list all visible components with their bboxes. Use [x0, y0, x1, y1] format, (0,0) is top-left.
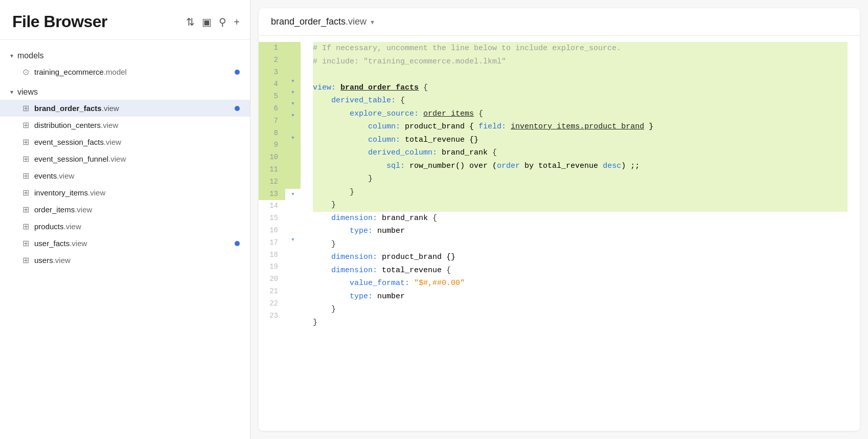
- code-line-18: dimension: total_revenue {: [313, 264, 848, 277]
- editor-filename: brand_order_facts.view: [271, 16, 367, 27]
- table-icon: ⊞: [22, 120, 29, 130]
- gutter-10: [285, 144, 301, 155]
- file-name-users: users.view: [34, 256, 71, 265]
- ln-4: 4: [259, 78, 285, 91]
- gutter-7[interactable]: ▾: [285, 110, 301, 121]
- ln-19: 19: [259, 261, 285, 273]
- gutter-20: [285, 257, 301, 268]
- ln-21: 21: [259, 286, 285, 298]
- sidebar-item-user-facts[interactable]: ⊞ user_facts.view: [0, 235, 250, 252]
- gutter-1: [285, 42, 301, 53]
- ln-6: 6: [259, 103, 285, 115]
- code-line-12: }: [313, 186, 848, 199]
- gutter-3: [285, 64, 301, 76]
- table-icon: ⊞: [22, 171, 29, 181]
- search-icon[interactable]: ⚲: [219, 17, 226, 27]
- code-line-23: [313, 329, 848, 342]
- sidebar-item-order-items[interactable]: ⊞ order_items.view: [0, 201, 250, 218]
- code-line-6: explore_source: order_items {: [313, 107, 848, 121]
- models-chevron-icon: ▾: [10, 52, 13, 59]
- checkbox-icon[interactable]: ▣: [202, 17, 212, 27]
- sidebar-item-event-session-funnel[interactable]: ⊞ event_session_funnel.view: [0, 150, 250, 167]
- sidebar-item-training-ecommerce-model[interactable]: ⊙ training_ecommerce.model: [0, 63, 250, 80]
- sidebar-item-events[interactable]: ⊞ events.view: [0, 167, 250, 184]
- code-line-10: sql: row_number() over (order by total_r…: [313, 160, 848, 173]
- ln-8: 8: [259, 127, 285, 140]
- gutter-12: [285, 166, 301, 178]
- gutter-6[interactable]: ▾: [285, 98, 301, 109]
- code-line-1: # If necessary, uncomment the line below…: [313, 42, 848, 55]
- code-line-3: [313, 68, 848, 81]
- file-name-distribution-centers: distribution_centers.view: [34, 121, 118, 129]
- code-line-13: }: [313, 199, 848, 212]
- ln-12: 12: [259, 176, 285, 188]
- sidebar-item-products[interactable]: ⊞ products.view: [0, 218, 250, 235]
- editor-body: 1 2 3 4 5 6 7 8 9 10 11 12 13 14 15 16 1…: [259, 36, 860, 431]
- sidebar-item-brand-order-facts[interactable]: ⊞ brand_order_facts.view: [0, 100, 250, 117]
- table-icon: ⊞: [22, 137, 29, 147]
- models-section-header[interactable]: ▾ models: [0, 48, 250, 63]
- gutter-18[interactable]: ▾: [285, 234, 301, 246]
- unsaved-dot-user-facts: [235, 241, 240, 246]
- gutter-5[interactable]: ▾: [285, 87, 301, 98]
- sidebar-content: ▾ models ⊙ training_ecommerce.model ▾ vi…: [0, 40, 250, 439]
- file-name-user-facts: user_facts.view: [34, 239, 87, 248]
- main-area: brand_order_facts.view ▾ 1 2 3 4 5 6 7 8…: [250, 0, 868, 439]
- ln-22: 22: [259, 298, 285, 310]
- code-line-14: dimension: brand_rank {: [313, 212, 848, 225]
- gutter-16: [285, 211, 301, 223]
- gutter-2: [285, 53, 301, 64]
- ln-16: 16: [259, 225, 285, 237]
- sidebar-toolbar: ⇅ ▣ ⚲ +: [186, 17, 240, 27]
- filename-dropdown-icon[interactable]: ▾: [371, 18, 374, 26]
- gutter-14[interactable]: ▾: [285, 189, 301, 200]
- table-icon: ⊞: [22, 154, 29, 164]
- ln-18: 18: [259, 249, 285, 261]
- sidebar-item-users[interactable]: ⊞ users.view: [0, 252, 250, 269]
- sidebar-item-distribution-centers[interactable]: ⊞ distribution_centers.view: [0, 117, 250, 134]
- gutter-9[interactable]: ▾: [285, 133, 301, 144]
- views-section-header[interactable]: ▾ views: [0, 84, 250, 100]
- sidebar-item-inventory-items[interactable]: ⊞ inventory_items.view: [0, 184, 250, 201]
- ln-7: 7: [259, 115, 285, 127]
- gutter-17: [285, 223, 301, 234]
- code-line-20: type: number: [313, 290, 848, 303]
- code-line-22: }: [313, 316, 848, 330]
- sidebar-title: File Browser: [12, 12, 107, 31]
- file-name-brand-order-facts: brand_order_facts.view: [34, 104, 119, 113]
- sidebar-item-event-session-facts[interactable]: ⊞ event_session_facts.view: [0, 134, 250, 150]
- code-line-21: }: [313, 303, 848, 316]
- ln-5: 5: [259, 91, 285, 103]
- gutter-22: [285, 279, 301, 291]
- gutter-19: [285, 246, 301, 257]
- table-icon: ⊞: [22, 103, 29, 113]
- ln-17: 17: [259, 237, 285, 249]
- split-icon[interactable]: ⇅: [186, 17, 195, 27]
- table-icon: ⊞: [22, 188, 29, 197]
- table-icon: ⊞: [22, 255, 29, 265]
- unsaved-dot: [235, 70, 240, 75]
- code-line-2: # include: "training_ecommerce.model.lkm…: [313, 55, 848, 69]
- sidebar-header: File Browser ⇅ ▣ ⚲ +: [0, 0, 250, 40]
- code-line-8: column: total_revenue {}: [313, 134, 848, 147]
- gutter-11: [285, 155, 301, 166]
- line-numbers-column: 1 2 3 4 5 6 7 8 9 10 11 12 13 14 15 16 1…: [259, 36, 285, 431]
- file-name-inventory-items: inventory_items.view: [34, 188, 105, 197]
- gutter-8: [285, 121, 301, 133]
- file-name-events: events.view: [34, 171, 74, 180]
- gutter-column: ▾ ▾ ▾ ▾ ▾ ▾ ▾: [285, 36, 301, 431]
- code-line-19: value_format: "$#,##0.00": [313, 277, 848, 290]
- ln-15: 15: [259, 212, 285, 225]
- code-line-17: dimension: product_brand {}: [313, 251, 848, 264]
- unsaved-dot-brand: [235, 106, 240, 111]
- ln-10: 10: [259, 151, 285, 164]
- views-section-label: views: [17, 87, 38, 97]
- ln-14: 14: [259, 200, 285, 212]
- code-column[interactable]: # If necessary, uncomment the line below…: [301, 36, 860, 431]
- code-line-4: view: brand_order_facts {: [313, 81, 848, 95]
- add-icon[interactable]: +: [234, 17, 240, 27]
- file-name-products: products.view: [34, 222, 81, 231]
- gutter-4[interactable]: ▾: [285, 76, 301, 87]
- ln-2: 2: [259, 54, 285, 67]
- gutter-13: [285, 178, 301, 189]
